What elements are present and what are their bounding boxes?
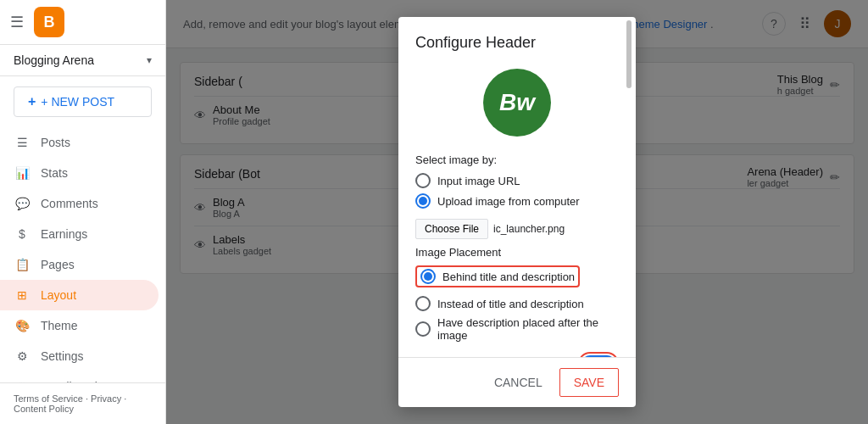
radio-url-option[interactable]: Input image URL — [415, 173, 619, 188]
radio-behind-option[interactable]: Behind title and description — [415, 265, 619, 291]
radio-upload-inner — [419, 197, 427, 205]
sidebar-item-label: Posts — [41, 136, 70, 149]
sidebar-item-stats[interactable]: 📊 Stats — [0, 158, 159, 188]
sidebar-item-pages[interactable]: 📋 Pages — [0, 249, 159, 280]
modal-overlay: Configure Header Bw Select image by: Inp… — [166, 0, 868, 424]
radio-upload-label: Upload image from computer — [437, 195, 580, 208]
sidebar-footer: Terms of Service · Privacy · Content Pol… — [0, 382, 165, 424]
blog-name: Blogging Arena — [14, 53, 94, 67]
radio-url-outer — [415, 173, 431, 188]
modal-footer: CANCEL SAVE — [398, 357, 636, 407]
blog-selector[interactable]: Blogging Arena ▾ — [0, 45, 165, 76]
modal-body: Select image by: Input image URL Upload … — [398, 145, 636, 357]
radio-instead-option[interactable]: Instead of title and description — [415, 296, 619, 311]
sidebar-item-layout[interactable]: ⊞ Layout — [0, 280, 159, 310]
earnings-icon: $ — [14, 227, 31, 241]
sidebar-item-theme[interactable]: 🎨 Theme — [0, 310, 159, 341]
sidebar-item-label: Comments — [41, 197, 98, 210]
configure-header-modal: Configure Header Bw Select image by: Inp… — [398, 17, 636, 407]
privacy-link[interactable]: Privacy — [91, 393, 121, 404]
modal-title: Configure Header — [415, 34, 619, 52]
cancel-button[interactable]: CANCEL — [484, 369, 553, 396]
choose-file-button[interactable]: Choose File — [415, 219, 488, 239]
sidebar-header: ☰ B — [0, 0, 165, 45]
posts-icon: ☰ — [14, 136, 31, 149]
sidebar: ☰ B Blogging Arena ▾ + + NEW POST ☰ Post… — [0, 0, 166, 424]
sidebar-item-comments[interactable]: 💬 Comments — [0, 188, 159, 219]
radio-upload-option[interactable]: Upload image from computer — [415, 193, 619, 209]
radio-behind-label: Behind title and description — [442, 271, 575, 283]
modal-header: Configure Header — [398, 17, 636, 60]
file-name-display: ic_launcher.png — [493, 223, 565, 235]
sidebar-item-label: Pages — [41, 258, 75, 271]
blogger-logo: B — [34, 7, 64, 37]
radio-upload-outer — [415, 193, 431, 209]
modal-scrollbar[interactable] — [626, 17, 632, 407]
settings-icon: ⚙ — [14, 349, 31, 363]
theme-icon: 🎨 — [14, 319, 31, 332]
new-post-button[interactable]: + + NEW POST — [14, 86, 152, 117]
shrink-toggle[interactable] — [581, 355, 615, 357]
comments-icon: 💬 — [14, 197, 31, 210]
sidebar-item-posts[interactable]: ☰ Posts — [0, 127, 159, 158]
main-content: Add, remove and edit your blog's layout … — [166, 0, 868, 424]
radio-behind-outer — [420, 269, 436, 284]
pages-icon: 📋 — [14, 258, 31, 271]
sidebar-item-label: Stats — [41, 166, 68, 180]
plus-icon: + — [28, 94, 36, 109]
file-input-row: Choose File ic_launcher.png — [415, 219, 619, 239]
chevron-down-icon: ▾ — [147, 54, 152, 66]
select-image-label: Select image by: — [415, 153, 619, 166]
sidebar-item-label: Earnings — [41, 227, 87, 241]
image-placement-label: Image Placement — [415, 246, 619, 259]
radio-url-label: Input image URL — [437, 175, 520, 187]
modal-logo: Bw — [483, 69, 551, 137]
radio-after-label: Have description placed after the image — [437, 316, 619, 342]
radio-after-option[interactable]: Have description placed after the image — [415, 316, 619, 342]
new-post-label: + NEW POST — [41, 95, 114, 109]
radio-behind-inner — [424, 272, 432, 281]
sidebar-item-settings[interactable]: ⚙ Settings — [0, 341, 159, 371]
layout-icon: ⊞ — [14, 288, 31, 302]
sidebar-item-label: Theme — [41, 319, 78, 332]
radio-group-image: Input image URL Upload image from comput… — [415, 173, 619, 209]
hamburger-icon[interactable]: ☰ — [10, 13, 24, 31]
radio-after-outer — [415, 321, 431, 337]
save-button[interactable]: SAVE — [559, 368, 619, 397]
modal-logo-text: Bw — [499, 89, 535, 116]
scroll-bar-thumb — [626, 20, 632, 88]
terms-of-service-link[interactable]: Terms of Service — [14, 393, 83, 404]
sidebar-item-earnings[interactable]: $ Earnings — [0, 219, 159, 249]
radio-instead-label: Instead of title and description — [437, 298, 584, 310]
placement-selected-box: Behind title and description — [415, 265, 580, 287]
content-policy-link[interactable]: Content Policy — [14, 404, 74, 414]
sidebar-item-reading-list[interactable]: 📖 Reading List — [0, 371, 159, 382]
stats-icon: 📊 — [14, 166, 31, 180]
radio-instead-outer — [415, 296, 431, 311]
sidebar-nav: ☰ Posts 📊 Stats 💬 Comments $ Earnings 📋 … — [0, 127, 165, 382]
sidebar-item-label: Settings — [41, 349, 84, 363]
radio-group-placement: Behind title and description Instead of … — [415, 265, 619, 342]
blogger-logo-letter: B — [44, 14, 55, 31]
sidebar-item-label: Layout — [41, 288, 76, 302]
